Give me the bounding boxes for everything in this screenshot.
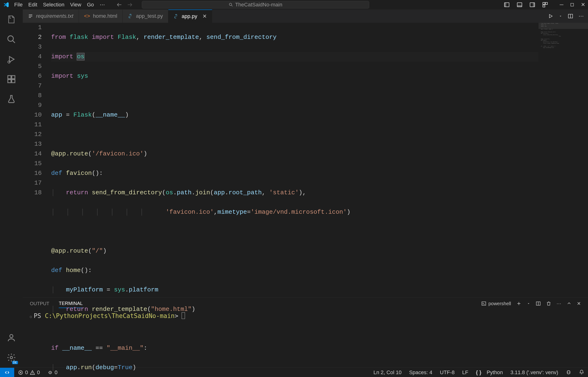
file-icon-html: <> — [84, 13, 90, 19]
svg-rect-9 — [543, 5, 545, 7]
svg-rect-7 — [543, 2, 545, 4]
menu-view[interactable]: View — [70, 2, 81, 8]
vscode-logo — [3, 1, 10, 8]
nav-forward-icon[interactable] — [127, 2, 133, 8]
svg-rect-13 — [8, 76, 11, 79]
more-actions-icon[interactable]: ⋯ — [578, 13, 584, 19]
svg-rect-6 — [533, 3, 535, 7]
svg-point-17 — [10, 335, 13, 338]
minimap-content: from flask import Flask, render import o… — [541, 23, 561, 48]
terminal-status-dot-icon: ○ — [30, 315, 32, 318]
menu-edit[interactable]: Edit — [28, 2, 37, 8]
minimap[interactable]: from flask import Flask, render import o… — [538, 23, 588, 297]
status-errors[interactable]: 0 0 — [14, 368, 44, 377]
close-panel-icon[interactable]: ✕ — [577, 301, 581, 306]
explorer-icon[interactable] — [6, 14, 17, 25]
svg-rect-14 — [8, 80, 11, 83]
editor-actions: ⋯ — [548, 10, 588, 23]
layout-panel-icon[interactable] — [517, 2, 523, 8]
svg-point-11 — [8, 36, 13, 41]
extensions-icon[interactable] — [6, 73, 17, 85]
svg-rect-8 — [545, 2, 547, 4]
title-bar: File Edit Selection View Go ⋯ TheCatSaid… — [0, 0, 588, 10]
tab-bar: requirements.txt <> home.html app_test.p… — [23, 10, 588, 23]
search-icon[interactable] — [6, 34, 17, 45]
svg-rect-16 — [11, 76, 15, 79]
menu-go[interactable]: Go — [87, 2, 94, 8]
menu-more-icon[interactable]: ⋯ — [100, 2, 105, 8]
svg-point-25 — [50, 372, 51, 373]
line-numbers: 1234 5678 9101112 13141516 1718 — [23, 23, 51, 297]
svg-rect-10 — [571, 3, 574, 6]
panel-tab-output[interactable]: OUTPUT — [30, 299, 49, 308]
remote-indicator[interactable] — [0, 368, 14, 377]
nav-arrows — [116, 2, 133, 8]
tab-label: requirements.txt — [36, 13, 73, 19]
command-center-search[interactable]: TheCatSaidNo-main — [142, 1, 369, 9]
menu-bar: File Edit Selection View Go ⋯ — [14, 2, 105, 8]
status-notifications-icon[interactable] — [575, 369, 588, 375]
menu-file[interactable]: File — [14, 2, 23, 8]
svg-point-18 — [10, 356, 12, 359]
search-placeholder: TheCatSaidNo-main — [235, 2, 282, 8]
tab-label: app_test.py — [136, 13, 163, 19]
tab-app-py[interactable]: app.py ✕ — [168, 10, 212, 23]
tab-label: app.py — [182, 13, 197, 19]
svg-rect-2 — [505, 3, 507, 7]
svg-rect-4 — [517, 5, 522, 7]
nav-back-icon[interactable] — [116, 2, 123, 8]
window-close-icon[interactable]: ✕ — [581, 2, 585, 8]
accounts-icon[interactable] — [6, 332, 17, 343]
tab-app-test-py[interactable]: app_test.py — [123, 10, 168, 23]
kill-terminal-icon[interactable] — [546, 301, 551, 306]
panel-more-icon[interactable]: ⋯ — [556, 301, 561, 306]
layout-primary-sidebar-icon[interactable] — [504, 2, 510, 8]
layout-customize-icon[interactable] — [542, 2, 548, 8]
tab-label: home.html — [93, 13, 117, 19]
gear-badge: DE — [12, 361, 18, 364]
window-maximize-icon[interactable] — [570, 3, 574, 7]
run-debug-icon[interactable] — [6, 54, 17, 65]
split-editor-icon[interactable] — [568, 13, 573, 19]
status-copilot-icon[interactable] — [562, 369, 575, 375]
run-file-icon[interactable] — [548, 13, 554, 19]
editor-area: requirements.txt <> home.html app_test.p… — [23, 10, 588, 367]
tab-home-html[interactable]: <> home.html — [79, 10, 123, 23]
window-minimize-icon[interactable]: ─ — [560, 2, 563, 8]
file-icon-python — [174, 14, 179, 19]
svg-point-0 — [229, 3, 232, 5]
menu-selection[interactable]: Selection — [43, 2, 64, 8]
file-icon-txt — [28, 13, 33, 19]
code-text[interactable]: from flask import Flask, render_template… — [51, 23, 538, 297]
run-dropdown-icon[interactable] — [559, 14, 562, 18]
file-icon-python — [128, 13, 133, 19]
settings-gear-icon[interactable]: DE — [6, 352, 17, 363]
main-container: DE requirements.txt <> home.html app_tes… — [0, 10, 588, 367]
maximize-panel-icon[interactable] — [566, 301, 572, 306]
activity-bar: DE — [0, 10, 23, 367]
svg-point-26 — [568, 372, 568, 373]
svg-point-27 — [569, 372, 570, 373]
tab-requirements[interactable]: requirements.txt — [23, 10, 79, 23]
editor-content[interactable]: 1234 5678 9101112 13141516 1718 from fla… — [23, 23, 588, 297]
testing-icon[interactable] — [6, 93, 17, 105]
svg-rect-15 — [11, 80, 15, 83]
window-controls: ─ ✕ — [504, 2, 585, 8]
close-icon[interactable]: ✕ — [203, 13, 207, 19]
layout-secondary-sidebar-icon[interactable] — [529, 2, 535, 8]
